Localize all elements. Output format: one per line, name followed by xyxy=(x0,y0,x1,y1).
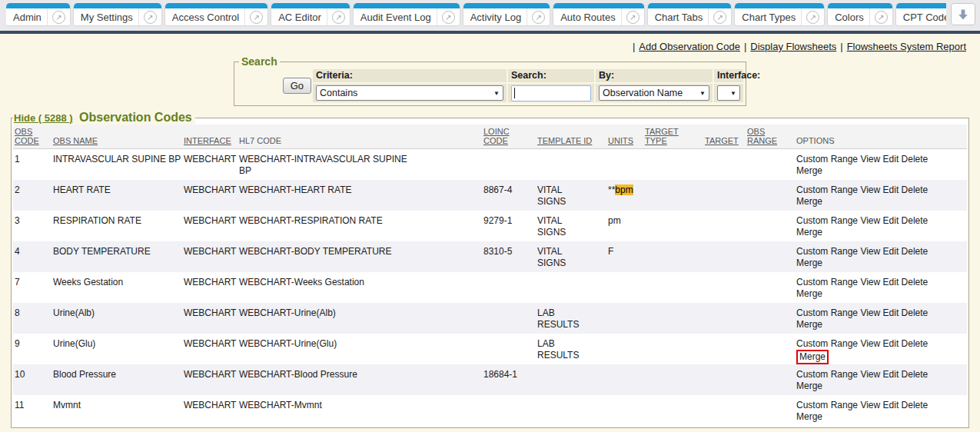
tab-label[interactable]: AC Editor xyxy=(271,12,327,23)
tab-label[interactable]: Access Control xyxy=(165,12,244,23)
column-header-obs-range[interactable]: OBS RANGE xyxy=(746,125,795,149)
tab-popup-button[interactable]: ↗ xyxy=(708,8,731,25)
tab-overflow-button[interactable] xyxy=(951,3,975,25)
tab-label[interactable]: Admin xyxy=(6,12,47,23)
display-flowsheets-link[interactable]: Display Flowsheets xyxy=(750,41,836,52)
option-delete[interactable]: Delete xyxy=(902,338,929,349)
tab-admin[interactable]: Admin ↗ xyxy=(6,3,70,25)
search-input[interactable] xyxy=(511,85,591,101)
column-header-label[interactable]: OBS CODE xyxy=(15,127,39,145)
option-custom-range[interactable]: Custom Range xyxy=(796,307,858,318)
tab-popup-button[interactable]: ↗ xyxy=(869,8,892,25)
option-delete[interactable]: Delete xyxy=(902,277,929,287)
column-header-obs-name[interactable]: OBS NAME xyxy=(51,125,182,149)
option-merge[interactable]: Merge xyxy=(796,319,822,330)
go-button[interactable]: Go xyxy=(283,78,311,94)
by-select[interactable]: Observation Name ▼ xyxy=(599,85,709,101)
option-edit[interactable]: Edit xyxy=(883,277,899,287)
option-view[interactable]: View xyxy=(860,154,880,164)
flowsheets-system-report-link[interactable]: Flowsheets System Report xyxy=(847,41,966,52)
option-edit[interactable]: Edit xyxy=(883,369,899,380)
add-observation-code-link[interactable]: Add Observation Code xyxy=(639,41,740,52)
column-header-label[interactable]: UNITS xyxy=(608,136,633,145)
option-merge[interactable]: Merge xyxy=(796,411,822,422)
option-edit[interactable]: Edit xyxy=(883,246,899,257)
tab-label[interactable]: Audit Event Log xyxy=(354,12,437,23)
tab-label[interactable]: CPT Codes xyxy=(896,12,946,23)
option-edit[interactable]: Edit xyxy=(883,307,899,318)
tab-popup-button[interactable]: ↗ xyxy=(47,8,70,25)
option-custom-range[interactable]: Custom Range xyxy=(796,215,858,226)
tab-label[interactable]: Colors xyxy=(828,12,869,23)
option-delete[interactable]: Delete xyxy=(902,215,929,226)
option-delete[interactable]: Delete xyxy=(902,184,929,195)
option-custom-range[interactable]: Custom Range xyxy=(796,277,858,287)
column-header-obs-code[interactable]: OBS CODE xyxy=(13,125,51,149)
tab-chart-types[interactable]: Chart Types ↗ xyxy=(735,3,824,25)
tab-popup-button[interactable]: ↗ xyxy=(138,8,161,25)
option-edit[interactable]: Edit xyxy=(883,338,899,349)
tab-label[interactable]: My Settings xyxy=(74,12,138,23)
column-header-units[interactable]: UNITS xyxy=(606,125,643,149)
column-header-label[interactable]: OBS RANGE xyxy=(747,127,777,145)
column-header-loinc-code[interactable]: LOINC CODE xyxy=(482,125,536,149)
hide-count-link[interactable]: Hide ( 5288 ) xyxy=(14,112,73,124)
tab-colors[interactable]: Colors ↗ xyxy=(828,3,892,25)
tab-activity-log[interactable]: Activity Log ↗ xyxy=(463,3,550,25)
column-header-target-type[interactable]: TARGET TYPE xyxy=(643,125,703,149)
tab-ac-editor[interactable]: AC Editor ↗ xyxy=(271,3,350,25)
tab-label[interactable]: Chart Tabs xyxy=(648,12,709,23)
option-edit[interactable]: Edit xyxy=(883,184,899,195)
option-delete[interactable]: Delete xyxy=(902,369,929,380)
tab-chart-tabs[interactable]: Chart Tabs ↗ xyxy=(648,3,732,25)
option-view[interactable]: View xyxy=(860,246,880,257)
option-custom-range[interactable]: Custom Range xyxy=(796,184,858,195)
column-header-interface[interactable]: INTERFACE xyxy=(182,125,238,149)
option-merge[interactable]: Merge xyxy=(796,227,822,238)
interface-select[interactable]: ▼ xyxy=(717,85,740,101)
tab-popup-button[interactable]: ↗ xyxy=(244,8,267,25)
column-header-label[interactable]: INTERFACE xyxy=(184,136,231,145)
tab-cpt-codes[interactable]: CPT Codes ↗ xyxy=(896,3,946,25)
option-custom-range[interactable]: Custom Range xyxy=(796,369,858,380)
option-delete[interactable]: Delete xyxy=(902,246,929,257)
option-edit[interactable]: Edit xyxy=(883,215,899,226)
tab-label[interactable]: Chart Types xyxy=(735,12,801,23)
option-delete[interactable]: Delete xyxy=(902,307,929,318)
option-delete[interactable]: Delete xyxy=(902,154,929,164)
column-header-label[interactable]: LOINC CODE xyxy=(483,127,510,145)
tab-label[interactable]: Auto Routes xyxy=(553,12,621,23)
option-view[interactable]: View xyxy=(860,307,880,318)
column-header-label[interactable]: TARGET xyxy=(705,136,739,145)
option-view[interactable]: View xyxy=(860,184,880,195)
option-merge[interactable]: Merge xyxy=(796,380,822,391)
option-view[interactable]: View xyxy=(860,277,880,287)
option-merge[interactable]: Merge xyxy=(796,165,822,176)
option-view[interactable]: View xyxy=(860,215,880,226)
option-custom-range[interactable]: Custom Range xyxy=(796,246,858,257)
tab-popup-button[interactable]: ↗ xyxy=(801,8,824,25)
tab-popup-button[interactable]: ↗ xyxy=(437,8,460,25)
column-header-label[interactable]: TEMPLATE ID xyxy=(537,136,592,145)
option-delete[interactable]: Delete xyxy=(902,400,929,410)
option-merge[interactable]: Merge xyxy=(796,288,822,299)
option-merge[interactable]: Merge xyxy=(796,196,822,207)
option-view[interactable]: View xyxy=(860,400,880,410)
tab-popup-button[interactable]: ↗ xyxy=(621,8,644,25)
tab-popup-button[interactable]: ↗ xyxy=(327,8,350,25)
tab-access-control[interactable]: Access Control ↗ xyxy=(165,3,267,25)
tab-label[interactable]: Activity Log xyxy=(463,12,527,23)
option-edit[interactable]: Edit xyxy=(883,400,899,410)
tab-my-settings[interactable]: My Settings ↗ xyxy=(74,3,161,25)
option-merge[interactable]: Merge xyxy=(796,258,822,268)
option-view[interactable]: View xyxy=(860,338,880,349)
option-view[interactable]: View xyxy=(860,369,880,380)
column-header-template-id[interactable]: TEMPLATE ID xyxy=(536,125,606,149)
option-custom-range[interactable]: Custom Range xyxy=(796,400,858,410)
tab-audit-event-log[interactable]: Audit Event Log ↗ xyxy=(354,3,460,25)
option-custom-range[interactable]: Custom Range xyxy=(796,154,858,164)
column-header-label[interactable]: TARGET TYPE xyxy=(645,127,679,145)
criteria-select[interactable]: Contains ▼ xyxy=(316,85,503,101)
option-custom-range[interactable]: Custom Range xyxy=(796,338,858,349)
tab-popup-button[interactable]: ↗ xyxy=(527,8,550,25)
